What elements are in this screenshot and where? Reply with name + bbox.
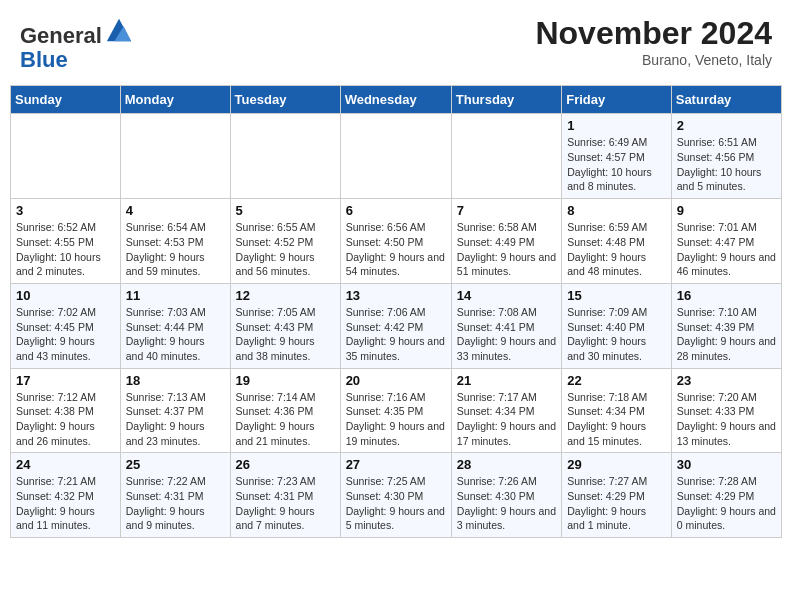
day-number: 13 bbox=[346, 288, 446, 303]
day-info: Sunrise: 7:06 AM Sunset: 4:42 PM Dayligh… bbox=[346, 305, 446, 364]
day-info: Sunrise: 7:22 AM Sunset: 4:31 PM Dayligh… bbox=[126, 474, 225, 533]
day-number: 22 bbox=[567, 373, 666, 388]
calendar-cell: 4Sunrise: 6:54 AM Sunset: 4:53 PM Daylig… bbox=[120, 199, 230, 284]
day-info: Sunrise: 7:05 AM Sunset: 4:43 PM Dayligh… bbox=[236, 305, 335, 364]
calendar-cell: 18Sunrise: 7:13 AM Sunset: 4:37 PM Dayli… bbox=[120, 368, 230, 453]
day-number: 11 bbox=[126, 288, 225, 303]
calendar-cell: 20Sunrise: 7:16 AM Sunset: 4:35 PM Dayli… bbox=[340, 368, 451, 453]
calendar-cell: 24Sunrise: 7:21 AM Sunset: 4:32 PM Dayli… bbox=[11, 453, 121, 538]
calendar-cell: 30Sunrise: 7:28 AM Sunset: 4:29 PM Dayli… bbox=[671, 453, 781, 538]
day-info: Sunrise: 6:49 AM Sunset: 4:57 PM Dayligh… bbox=[567, 135, 666, 194]
calendar-table: SundayMondayTuesdayWednesdayThursdayFrid… bbox=[10, 85, 782, 538]
day-info: Sunrise: 6:59 AM Sunset: 4:48 PM Dayligh… bbox=[567, 220, 666, 279]
calendar-cell bbox=[451, 114, 561, 199]
calendar-cell: 14Sunrise: 7:08 AM Sunset: 4:41 PM Dayli… bbox=[451, 283, 561, 368]
logo-icon bbox=[105, 15, 133, 43]
logo-general: General bbox=[20, 23, 102, 48]
day-number: 25 bbox=[126, 457, 225, 472]
day-info: Sunrise: 7:13 AM Sunset: 4:37 PM Dayligh… bbox=[126, 390, 225, 449]
calendar-cell: 2Sunrise: 6:51 AM Sunset: 4:56 PM Daylig… bbox=[671, 114, 781, 199]
location: Burano, Veneto, Italy bbox=[535, 52, 772, 68]
day-info: Sunrise: 7:10 AM Sunset: 4:39 PM Dayligh… bbox=[677, 305, 776, 364]
calendar-cell: 13Sunrise: 7:06 AM Sunset: 4:42 PM Dayli… bbox=[340, 283, 451, 368]
calendar-cell: 8Sunrise: 6:59 AM Sunset: 4:48 PM Daylig… bbox=[562, 199, 672, 284]
day-number: 3 bbox=[16, 203, 115, 218]
calendar-cell: 7Sunrise: 6:58 AM Sunset: 4:49 PM Daylig… bbox=[451, 199, 561, 284]
calendar-cell bbox=[340, 114, 451, 199]
calendar-cell: 27Sunrise: 7:25 AM Sunset: 4:30 PM Dayli… bbox=[340, 453, 451, 538]
day-number: 10 bbox=[16, 288, 115, 303]
day-info: Sunrise: 6:51 AM Sunset: 4:56 PM Dayligh… bbox=[677, 135, 776, 194]
calendar-cell: 26Sunrise: 7:23 AM Sunset: 4:31 PM Dayli… bbox=[230, 453, 340, 538]
calendar-cell: 10Sunrise: 7:02 AM Sunset: 4:45 PM Dayli… bbox=[11, 283, 121, 368]
calendar-cell: 17Sunrise: 7:12 AM Sunset: 4:38 PM Dayli… bbox=[11, 368, 121, 453]
day-info: Sunrise: 7:12 AM Sunset: 4:38 PM Dayligh… bbox=[16, 390, 115, 449]
day-info: Sunrise: 6:58 AM Sunset: 4:49 PM Dayligh… bbox=[457, 220, 556, 279]
day-info: Sunrise: 7:14 AM Sunset: 4:36 PM Dayligh… bbox=[236, 390, 335, 449]
logo-blue: Blue bbox=[20, 47, 68, 72]
day-info: Sunrise: 7:08 AM Sunset: 4:41 PM Dayligh… bbox=[457, 305, 556, 364]
day-info: Sunrise: 7:18 AM Sunset: 4:34 PM Dayligh… bbox=[567, 390, 666, 449]
day-info: Sunrise: 7:17 AM Sunset: 4:34 PM Dayligh… bbox=[457, 390, 556, 449]
day-header-friday: Friday bbox=[562, 86, 672, 114]
day-number: 12 bbox=[236, 288, 335, 303]
calendar-week-row: 17Sunrise: 7:12 AM Sunset: 4:38 PM Dayli… bbox=[11, 368, 782, 453]
calendar-cell: 9Sunrise: 7:01 AM Sunset: 4:47 PM Daylig… bbox=[671, 199, 781, 284]
day-info: Sunrise: 7:03 AM Sunset: 4:44 PM Dayligh… bbox=[126, 305, 225, 364]
calendar-cell: 29Sunrise: 7:27 AM Sunset: 4:29 PM Dayli… bbox=[562, 453, 672, 538]
day-info: Sunrise: 6:55 AM Sunset: 4:52 PM Dayligh… bbox=[236, 220, 335, 279]
day-number: 8 bbox=[567, 203, 666, 218]
day-number: 5 bbox=[236, 203, 335, 218]
day-number: 28 bbox=[457, 457, 556, 472]
calendar-cell: 21Sunrise: 7:17 AM Sunset: 4:34 PM Dayli… bbox=[451, 368, 561, 453]
calendar-cell: 28Sunrise: 7:26 AM Sunset: 4:30 PM Dayli… bbox=[451, 453, 561, 538]
day-info: Sunrise: 7:02 AM Sunset: 4:45 PM Dayligh… bbox=[16, 305, 115, 364]
day-header-wednesday: Wednesday bbox=[340, 86, 451, 114]
calendar-cell: 15Sunrise: 7:09 AM Sunset: 4:40 PM Dayli… bbox=[562, 283, 672, 368]
calendar-cell bbox=[230, 114, 340, 199]
calendar-week-row: 24Sunrise: 7:21 AM Sunset: 4:32 PM Dayli… bbox=[11, 453, 782, 538]
day-info: Sunrise: 7:16 AM Sunset: 4:35 PM Dayligh… bbox=[346, 390, 446, 449]
day-number: 17 bbox=[16, 373, 115, 388]
day-number: 6 bbox=[346, 203, 446, 218]
day-info: Sunrise: 7:26 AM Sunset: 4:30 PM Dayligh… bbox=[457, 474, 556, 533]
calendar-cell bbox=[120, 114, 230, 199]
month-title: November 2024 bbox=[535, 15, 772, 52]
day-header-tuesday: Tuesday bbox=[230, 86, 340, 114]
calendar-cell: 1Sunrise: 6:49 AM Sunset: 4:57 PM Daylig… bbox=[562, 114, 672, 199]
day-number: 20 bbox=[346, 373, 446, 388]
day-number: 27 bbox=[346, 457, 446, 472]
title-block: November 2024 Burano, Veneto, Italy bbox=[535, 15, 772, 68]
day-number: 2 bbox=[677, 118, 776, 133]
calendar-week-row: 10Sunrise: 7:02 AM Sunset: 4:45 PM Dayli… bbox=[11, 283, 782, 368]
day-number: 21 bbox=[457, 373, 556, 388]
day-info: Sunrise: 6:54 AM Sunset: 4:53 PM Dayligh… bbox=[126, 220, 225, 279]
calendar-cell: 12Sunrise: 7:05 AM Sunset: 4:43 PM Dayli… bbox=[230, 283, 340, 368]
day-info: Sunrise: 7:20 AM Sunset: 4:33 PM Dayligh… bbox=[677, 390, 776, 449]
page-header: General Blue November 2024 Burano, Venet… bbox=[10, 10, 782, 77]
day-number: 30 bbox=[677, 457, 776, 472]
calendar-cell: 23Sunrise: 7:20 AM Sunset: 4:33 PM Dayli… bbox=[671, 368, 781, 453]
day-number: 1 bbox=[567, 118, 666, 133]
day-info: Sunrise: 7:21 AM Sunset: 4:32 PM Dayligh… bbox=[16, 474, 115, 533]
day-info: Sunrise: 7:01 AM Sunset: 4:47 PM Dayligh… bbox=[677, 220, 776, 279]
calendar-cell: 11Sunrise: 7:03 AM Sunset: 4:44 PM Dayli… bbox=[120, 283, 230, 368]
day-info: Sunrise: 7:27 AM Sunset: 4:29 PM Dayligh… bbox=[567, 474, 666, 533]
day-header-thursday: Thursday bbox=[451, 86, 561, 114]
day-info: Sunrise: 7:23 AM Sunset: 4:31 PM Dayligh… bbox=[236, 474, 335, 533]
day-number: 29 bbox=[567, 457, 666, 472]
calendar-week-row: 1Sunrise: 6:49 AM Sunset: 4:57 PM Daylig… bbox=[11, 114, 782, 199]
day-number: 4 bbox=[126, 203, 225, 218]
day-info: Sunrise: 6:56 AM Sunset: 4:50 PM Dayligh… bbox=[346, 220, 446, 279]
logo: General Blue bbox=[20, 15, 133, 72]
calendar-cell bbox=[11, 114, 121, 199]
calendar-cell: 6Sunrise: 6:56 AM Sunset: 4:50 PM Daylig… bbox=[340, 199, 451, 284]
day-number: 18 bbox=[126, 373, 225, 388]
day-number: 15 bbox=[567, 288, 666, 303]
day-number: 9 bbox=[677, 203, 776, 218]
calendar-cell: 19Sunrise: 7:14 AM Sunset: 4:36 PM Dayli… bbox=[230, 368, 340, 453]
day-number: 23 bbox=[677, 373, 776, 388]
day-number: 26 bbox=[236, 457, 335, 472]
calendar-week-row: 3Sunrise: 6:52 AM Sunset: 4:55 PM Daylig… bbox=[11, 199, 782, 284]
calendar-cell: 25Sunrise: 7:22 AM Sunset: 4:31 PM Dayli… bbox=[120, 453, 230, 538]
